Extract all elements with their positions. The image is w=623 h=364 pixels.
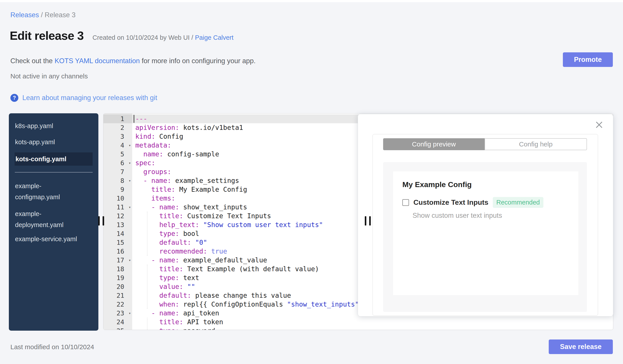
token-pl	[135, 194, 151, 202]
token-key: type:	[159, 327, 179, 330]
token-pl	[135, 221, 159, 229]
token-key: name:	[143, 150, 163, 158]
token-key: title:	[159, 318, 183, 326]
token-key: name:	[159, 256, 179, 264]
gutter-line-13[interactable]: 13	[104, 221, 132, 229]
sidebar-resize-handle[interactable]	[98, 216, 104, 225]
kots-docs-link[interactable]: KOTS YAML documentation	[55, 57, 140, 65]
gutter-line-22[interactable]: 22	[104, 300, 132, 309]
gutter-line-16[interactable]: 16	[104, 247, 132, 256]
token-key: kind:	[135, 133, 155, 140]
channel-status: Not active in any channels	[10, 72, 88, 80]
file-item-example-configmap.yaml[interactable]: example-configmap.yaml	[15, 181, 92, 202]
gutter-line-20[interactable]: 20	[104, 282, 132, 291]
fold-arrow-icon[interactable]: ▾	[129, 176, 131, 185]
code-line-24[interactable]: title: API token	[132, 318, 613, 326]
token-key: title:	[151, 185, 175, 193]
gutter-line-17[interactable]: 17▾	[104, 256, 132, 265]
gutter-line-2[interactable]: 2	[104, 123, 132, 132]
gutter-line-9[interactable]: 9	[104, 185, 132, 194]
token-key: metadata:	[135, 141, 171, 149]
file-item-label: kots-config.yaml	[15, 156, 66, 163]
panel-resize-handle[interactable]	[365, 216, 371, 225]
gutter-line-6[interactable]: 6▾	[104, 159, 132, 167]
token-pl	[135, 309, 151, 317]
config-card: My Example Config Customize Text Inputs …	[393, 171, 578, 295]
close-icon[interactable]	[595, 121, 603, 129]
fold-arrow-icon[interactable]: ▾	[129, 256, 131, 265]
gutter-line-23[interactable]: 23▾	[104, 309, 132, 318]
gutter-line-11[interactable]: 11▾	[104, 203, 132, 212]
author-link[interactable]: Paige Calvert	[195, 34, 233, 41]
token-pl	[135, 327, 159, 330]
fold-arrow-icon[interactable]: ▾	[129, 141, 131, 150]
token-key: spec:	[135, 159, 155, 167]
page-title: Edit release 3	[10, 29, 84, 42]
gutter-line-7[interactable]: 7	[104, 167, 132, 176]
token-key: when:	[159, 300, 179, 308]
tab-config-help[interactable]: Config help	[485, 138, 587, 150]
gutter-line-5[interactable]: 5	[104, 150, 132, 159]
file-item-kots-config.yaml-selected[interactable]: kots-config.yaml	[15, 152, 93, 166]
token-str: "show_text_inputs"	[287, 300, 359, 308]
token-dash: -	[143, 177, 151, 184]
token-pl	[135, 212, 159, 220]
file-item-example-service.yaml[interactable]: example-service.yaml	[15, 236, 92, 242]
created-meta: Created on 10/10/2024 by Web UI / Paige …	[92, 34, 233, 41]
token-pl: kots.io/v1beta1	[179, 124, 243, 131]
config-item-row: Customize Text Inputs Recommended	[402, 197, 543, 208]
gutter-line-3[interactable]: 3	[104, 132, 132, 141]
gutter-line-19[interactable]: 19	[104, 273, 132, 282]
docs-line: Check out the KOTS YAML documentation fo…	[10, 57, 256, 65]
gutter-line-21[interactable]: 21	[104, 291, 132, 300]
tab-config-preview[interactable]: Config preview	[383, 138, 485, 150]
file-item-kots-app.yaml[interactable]: kots-app.yaml	[15, 139, 92, 145]
token-pl: password	[179, 327, 215, 330]
token-key: recommended:	[159, 247, 207, 255]
token-pl: Customize Text Inputs	[183, 212, 271, 220]
file-item-example-deployment.yaml[interactable]: example-deployment.yaml	[15, 208, 92, 230]
token-key: groups:	[143, 168, 171, 176]
gutter-line-18[interactable]: 18	[104, 265, 132, 273]
config-group-title: My Example Config	[402, 180, 472, 189]
token-dash: -	[151, 256, 159, 264]
git-releases-link[interactable]: Learn about managing your releases with …	[22, 94, 157, 102]
token-pl	[135, 318, 159, 326]
fold-arrow-icon[interactable]: ▾	[129, 203, 131, 212]
token-pl	[135, 185, 151, 193]
token-pl	[135, 150, 143, 158]
breadcrumb: Releases / Release 3	[10, 11, 76, 19]
token-pl	[135, 292, 159, 299]
save-release-button[interactable]: Save release	[549, 340, 613, 354]
token-key: default:	[159, 239, 191, 246]
breadcrumb-releases-link[interactable]: Releases	[10, 11, 39, 19]
code-line-25[interactable]: type: password	[132, 326, 613, 330]
token-str: "Show custom user text inputs"	[199, 221, 323, 229]
file-item-k8s-app.yaml[interactable]: k8s-app.yaml	[15, 122, 92, 129]
gutter-line-15[interactable]: 15	[104, 238, 132, 247]
token-key: default:	[159, 292, 191, 299]
token-key: name:	[159, 309, 179, 317]
gutter-line-10[interactable]: 10	[104, 194, 132, 203]
gutter-line-24[interactable]: 24	[104, 318, 132, 326]
gutter-line-8[interactable]: 8▾	[104, 176, 132, 185]
gutter-line-1[interactable]: 1	[104, 114, 132, 123]
fold-arrow-icon[interactable]: ▾	[129, 159, 131, 167]
config-preview-box: Config previewConfig help My Example Con…	[373, 134, 598, 316]
token-pl: API token	[183, 318, 223, 326]
customize-text-inputs-checkbox[interactable]	[402, 199, 409, 206]
gutter-line-25[interactable]: 25	[104, 326, 132, 330]
token-key: value:	[159, 283, 183, 290]
token-pl: repl{{ ConfigOptionEquals	[179, 300, 287, 308]
token-pl: Text Example (with default value)	[183, 265, 319, 273]
gutter-line-14[interactable]: 14	[104, 229, 132, 238]
question-mark-icon: ?	[10, 94, 18, 102]
fold-arrow-icon[interactable]: ▾	[129, 309, 131, 318]
file-tree-sidebar: k8s-app.yamlkots-app.yamlkots-config.yam…	[9, 113, 98, 331]
token-pl	[135, 177, 143, 184]
gutter-line-4[interactable]: 4▾	[104, 141, 132, 150]
config-preview-panel: Config previewConfig help My Example Con…	[358, 114, 613, 317]
gutter-line-12[interactable]: 12	[104, 212, 132, 221]
promote-button[interactable]: Promote	[563, 52, 613, 67]
token-pl	[135, 230, 159, 237]
